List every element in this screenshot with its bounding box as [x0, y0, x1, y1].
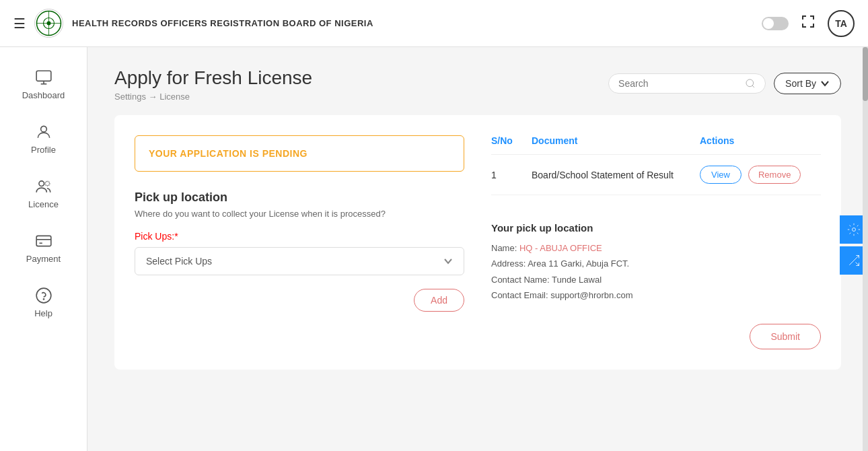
svg-point-3 — [47, 22, 51, 26]
search-input[interactable] — [618, 78, 739, 89]
theme-toggle[interactable] — [762, 17, 789, 30]
main-card: YOUR APPLICATION IS PENDING Pick up loca… — [114, 115, 841, 370]
scrollbar-track — [863, 47, 868, 451]
breadcrumb-license[interactable]: License — [159, 92, 190, 102]
document-table: S/No Document Actions 1 Board/School Sta… — [491, 135, 821, 195]
svg-line-18 — [849, 256, 859, 265]
pickup-contact-name-label: Contact Name: — [491, 275, 552, 285]
required-star: * — [174, 231, 178, 242]
page-title-area: Apply for Fresh License Settings → Licen… — [114, 67, 312, 102]
sidebar-licence-label: Licence — [28, 199, 59, 209]
sidebar: Dashboard Profile Licence Payment He — [0, 47, 87, 451]
chevron-down-icon — [820, 79, 830, 88]
pickup-name-label: Name: — [491, 243, 519, 253]
pending-notice: YOUR APPLICATION IS PENDING — [135, 135, 464, 172]
submit-button[interactable]: Submit — [750, 324, 821, 349]
pickup-address-value: Area 11 Garki, Abuja FCT. — [528, 258, 629, 269]
header-actions: TA — [762, 10, 855, 37]
svg-point-15 — [746, 79, 754, 87]
svg-point-13 — [36, 288, 51, 303]
table-header: S/No Document Actions — [491, 135, 821, 155]
select-pickups-dropdown[interactable]: Select Pick Ups — [135, 247, 464, 275]
avatar[interactable]: TA — [828, 10, 855, 37]
pickup-info-title: Your pick up location — [491, 222, 821, 234]
sort-label: Sort By — [785, 78, 816, 89]
pickup-section: Pick up location Where do you want to co… — [135, 190, 464, 312]
card-left: YOUR APPLICATION IS PENDING Pick up loca… — [135, 135, 464, 349]
sidebar-profile-label: Profile — [31, 145, 56, 155]
page-controls: Sort By — [608, 73, 841, 94]
svg-point-7 — [40, 126, 46, 132]
pickup-contact-name-value: Tunde Lawal — [552, 275, 602, 285]
sort-button[interactable]: Sort By — [774, 73, 841, 94]
shuffle-icon — [847, 254, 861, 267]
view-button[interactable]: View — [700, 166, 742, 184]
sidebar-payment-label: Payment — [26, 254, 61, 264]
help-circle-icon — [35, 287, 52, 304]
svg-rect-10 — [36, 236, 51, 246]
card-right: S/No Document Actions 1 Board/School Sta… — [491, 135, 821, 349]
monitor-icon — [35, 69, 52, 86]
expand-icon[interactable] — [801, 14, 816, 32]
sidebar-dashboard-label: Dashboard — [22, 90, 65, 100]
col-sno: S/No — [491, 135, 532, 146]
search-icon — [745, 78, 756, 89]
users-icon — [35, 178, 52, 195]
svg-point-17 — [853, 228, 856, 232]
sidebar-item-dashboard[interactable]: Dashboard — [0, 61, 87, 108]
breadcrumb: Settings → License — [114, 92, 312, 102]
table-row: 1 Board/School Statement of Result View … — [491, 155, 821, 195]
row-document: Board/School Statement of Result — [532, 170, 700, 180]
sidebar-item-help[interactable]: Help — [0, 279, 87, 326]
row-sno: 1 — [491, 170, 532, 180]
svg-point-9 — [45, 181, 50, 186]
user-icon — [35, 123, 52, 141]
main-content: Apply for Fresh License Settings → Licen… — [87, 47, 868, 451]
svg-line-19 — [856, 263, 859, 266]
dropdown-chevron-icon — [443, 256, 453, 266]
breadcrumb-settings[interactable]: Settings — [114, 92, 146, 102]
svg-rect-4 — [36, 71, 51, 81]
search-box[interactable] — [608, 73, 766, 94]
header: ☰ HEALTH RECORDS OFFICERS REGISTRATION B… — [0, 0, 868, 47]
sidebar-item-licence[interactable]: Licence — [0, 170, 87, 217]
scrollbar-thumb[interactable] — [863, 47, 868, 101]
page-title: Apply for Fresh License — [114, 67, 312, 89]
add-button[interactable]: Add — [414, 289, 464, 312]
gear-icon — [847, 223, 861, 236]
pickup-contact-email-label: Contact Email: — [491, 290, 550, 300]
sidebar-item-profile[interactable]: Profile — [0, 115, 87, 163]
svg-point-14 — [43, 299, 44, 300]
pickup-name-value: HQ - ABUJA OFFICE — [519, 243, 602, 253]
svg-point-8 — [38, 181, 44, 186]
pickup-info: Your pick up location Name: HQ - ABUJA O… — [491, 211, 821, 304]
logo — [34, 8, 64, 38]
pickup-title: Pick up location — [135, 190, 464, 205]
select-pickups-placeholder: Select Pick Ups — [146, 256, 212, 267]
pickup-info-details: Name: HQ - ABUJA OFFICE Address: Area 11… — [491, 240, 821, 304]
pickup-desc: Where do you want to collect your Licens… — [135, 209, 464, 219]
sidebar-item-payment[interactable]: Payment — [0, 224, 87, 272]
hamburger-icon[interactable]: ☰ — [13, 15, 26, 32]
remove-button[interactable]: Remove — [748, 166, 801, 184]
svg-line-16 — [752, 85, 754, 88]
pickup-contact-email-value: support@hrorbn.com — [550, 290, 632, 300]
sidebar-help-label: Help — [34, 308, 52, 318]
col-document: Document — [532, 135, 700, 146]
pickup-address-label: Address: — [491, 258, 528, 269]
breadcrumb-arrow: → — [149, 92, 157, 102]
col-actions: Actions — [700, 135, 821, 146]
credit-card-icon — [35, 232, 52, 250]
row-actions: View Remove — [700, 166, 821, 184]
pickups-label: Pick Ups:* — [135, 231, 464, 242]
submit-row: Submit — [491, 324, 821, 349]
header-title: HEALTH RECORDS OFFICERS REGISTRATION BOA… — [72, 18, 762, 28]
page-header: Apply for Fresh License Settings → Licen… — [114, 67, 841, 102]
